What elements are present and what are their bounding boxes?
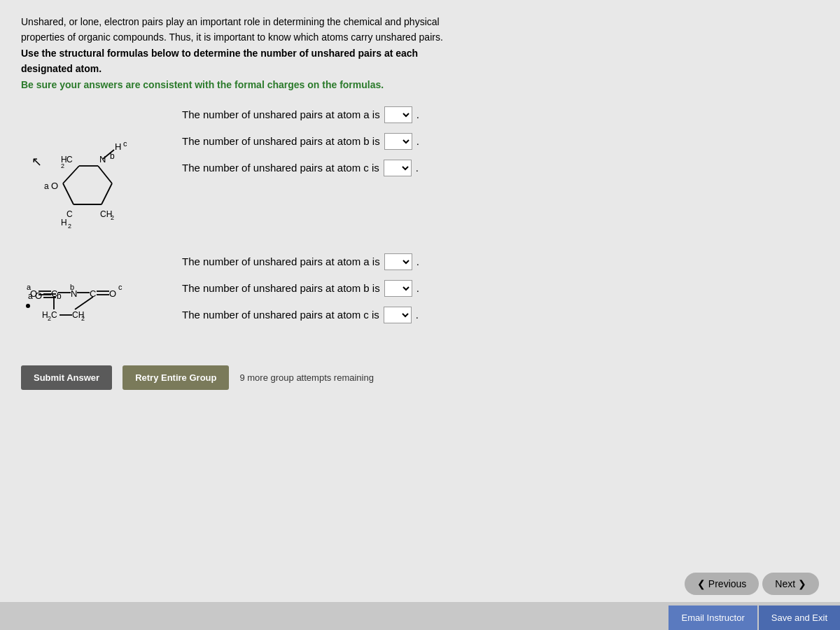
svg-text:H: H (115, 141, 121, 152)
next-button[interactable]: Next (762, 573, 819, 595)
q2-atom-a-row: The number of unshared pairs at atom a i… (182, 253, 819, 270)
svg-text:2: 2 (111, 214, 114, 221)
svg-text:2: 2 (61, 162, 64, 169)
question-block-2: a O b a O C b (21, 253, 819, 337)
svg-line-46 (75, 297, 93, 309)
footer-bar: Email Instructor Save and Exit (668, 606, 840, 630)
svg-text:2: 2 (68, 223, 71, 230)
questions-area-2: The number of unshared pairs at atom a i… (182, 253, 819, 323)
q2-atom-c-label: The number of unshared pairs at atom c i… (182, 309, 379, 321)
svg-text:O: O (51, 181, 58, 191)
nav-bottom: Previous Next (685, 573, 819, 595)
svg-line-0 (63, 183, 74, 204)
molecule-2: a O b a O C b (21, 253, 161, 337)
q2-atom-c-row: The number of unshared pairs at atom c i… (182, 307, 819, 323)
svg-text:N: N (99, 154, 106, 164)
question-block-1: a O N b H c H 2 C CH 2 C H 2 (21, 106, 819, 232)
q2-atom-b-row: The number of unshared pairs at atom b i… (182, 280, 819, 297)
svg-text:C: C (66, 155, 73, 164)
instruction-line4: designated atom. (21, 61, 819, 76)
svg-text:a: a (44, 181, 49, 191)
svg-text:O: O (30, 288, 37, 299)
attempts-text: 9 more group attempts remaining (239, 372, 373, 383)
svg-text:C: C (66, 209, 73, 219)
instruction-line2: properties of organic compounds. Thus, i… (21, 29, 819, 45)
questions-area-1: The number of unshared pairs at atom a i… (182, 106, 819, 176)
q2-atom-c-select[interactable]: 0 1 2 3 4 (384, 307, 412, 323)
svg-text:N: N (71, 288, 77, 299)
q1-atom-c-row: The number of unshared pairs at atom c i… (182, 160, 819, 176)
instruction-line1: Unshared, or lone, electron pairs play a… (21, 14, 819, 29)
q1-atom-c-period: . (416, 162, 419, 174)
q2-atom-b-select[interactable]: 0 1 2 3 4 (384, 280, 412, 297)
molecule-1-svg: a O N b H c H 2 C CH 2 C H 2 (24, 106, 158, 232)
save-exit-button[interactable]: Save and Exit (759, 606, 840, 630)
svg-text:c: c (118, 283, 122, 291)
q1-atom-a-select[interactable]: 0 1 2 3 4 (384, 106, 412, 123)
instruction-line5: Be sure your answers are consistent with… (21, 77, 819, 92)
svg-point-49 (26, 304, 30, 308)
instruction-line3: Use the structural formulas below to det… (21, 46, 819, 61)
svg-line-3 (98, 166, 112, 183)
q1-atom-c-label: The number of unshared pairs at atom c i… (182, 162, 379, 174)
molecule-1: a O N b H c H 2 C CH 2 C H 2 (21, 106, 161, 232)
svg-text:H: H (61, 218, 67, 227)
svg-line-2 (102, 183, 112, 204)
q2-atom-c-period: . (416, 309, 419, 321)
q1-atom-b-label: The number of unshared pairs at atom b i… (182, 135, 380, 147)
q1-atom-a-label: The number of unshared pairs at atom a i… (182, 108, 380, 120)
bottom-bar: Submit Answer Retry Entire Group 9 more … (21, 358, 819, 390)
q2-atom-a-select[interactable]: 0 1 2 3 4 (384, 253, 412, 270)
molecule-2-svg: a O b a O C b (24, 253, 158, 337)
q2-atom-a-label: The number of unshared pairs at atom a i… (182, 255, 380, 267)
q2-atom-b-period: . (416, 282, 419, 294)
q2-atom-b-label: The number of unshared pairs at atom b i… (182, 282, 380, 294)
svg-text:O: O (109, 288, 116, 299)
q1-atom-c-select[interactable]: 0 1 2 3 4 (384, 160, 412, 176)
svg-line-5 (63, 166, 79, 183)
q2-atom-a-period: . (416, 255, 419, 267)
svg-text:C: C (51, 310, 57, 320)
email-instructor-button[interactable]: Email Instructor (668, 606, 757, 630)
previous-button[interactable]: Previous (685, 573, 759, 595)
q1-atom-b-row: The number of unshared pairs at atom b i… (182, 133, 819, 150)
q1-atom-b-select[interactable]: 0 1 2 3 4 (384, 133, 412, 150)
retry-button[interactable]: Retry Entire Group (122, 365, 229, 390)
q1-atom-a-row: The number of unshared pairs at atom a i… (182, 106, 819, 123)
svg-text:2: 2 (81, 315, 85, 322)
submit-button[interactable]: Submit Answer (21, 365, 112, 390)
instructions-block: Unshared, or lone, electron pairs play a… (21, 14, 819, 92)
q1-atom-b-period: . (416, 135, 419, 147)
q1-atom-a-period: . (416, 108, 419, 120)
svg-text:↖: ↖ (31, 155, 42, 169)
svg-text:c: c (123, 139, 127, 148)
main-content: Unshared, or lone, electron pairs play a… (0, 0, 840, 602)
